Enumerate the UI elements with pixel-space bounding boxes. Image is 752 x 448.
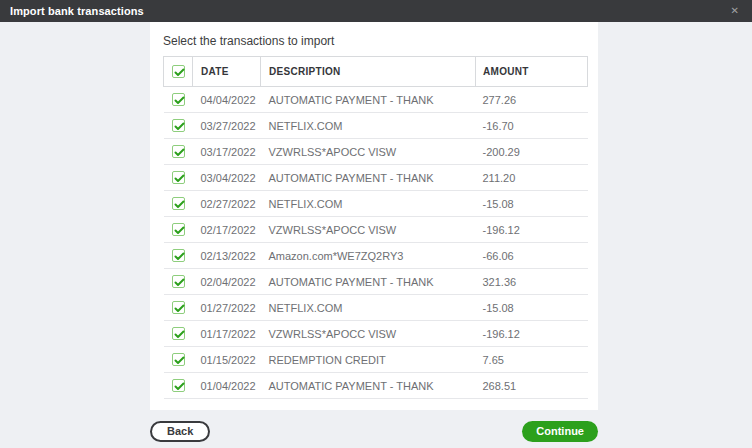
row-description: VZWRLSS*APOCC VISW [261, 139, 476, 165]
row-amount: 268.51 [476, 373, 588, 399]
continue-button[interactable]: Continue [522, 421, 598, 442]
table-row: 03/27/2022 NETFLIX.COM -16.70 [164, 113, 588, 139]
select-all-header-cell [164, 57, 193, 87]
row-checkbox-cell [164, 113, 193, 139]
row-description: NETFLIX.COM [261, 191, 476, 217]
column-header-date: DATE [193, 57, 261, 87]
check-icon [174, 252, 185, 261]
row-amount: -16.70 [476, 113, 588, 139]
check-icon [174, 200, 185, 209]
check-icon [174, 148, 185, 157]
check-icon [174, 96, 185, 105]
row-checkbox[interactable] [172, 379, 185, 392]
row-description: AUTOMATIC PAYMENT - THANK [261, 269, 476, 295]
select-all-checkbox[interactable] [172, 65, 185, 78]
row-date: 01/27/2022 [193, 295, 261, 321]
row-date: 03/27/2022 [193, 113, 261, 139]
check-icon [174, 356, 185, 365]
row-checkbox-cell [164, 347, 193, 373]
row-checkbox-cell [164, 139, 193, 165]
table-row: 01/17/2022 VZWRLSS*APOCC VISW -196.12 [164, 321, 588, 347]
row-checkbox-cell [164, 87, 193, 113]
row-amount: -196.12 [476, 217, 588, 243]
table-header: DATE DESCRIPTION AMOUNT [164, 57, 588, 87]
row-date: 02/13/2022 [193, 243, 261, 269]
row-checkbox-cell [164, 243, 193, 269]
row-description: NETFLIX.COM [261, 295, 476, 321]
table-row: 03/17/2022 VZWRLSS*APOCC VISW -200.29 [164, 139, 588, 165]
row-checkbox[interactable] [172, 197, 185, 210]
row-date: 02/27/2022 [193, 191, 261, 217]
row-checkbox[interactable] [172, 327, 185, 340]
back-button[interactable]: Back [150, 421, 210, 442]
table-row: 02/17/2022 VZWRLSS*APOCC VISW -196.12 [164, 217, 588, 243]
table-row: 04/04/2022 AUTOMATIC PAYMENT - THANK 277… [164, 87, 588, 113]
row-description: AUTOMATIC PAYMENT - THANK [261, 165, 476, 191]
row-description: NETFLIX.COM [261, 113, 476, 139]
row-checkbox[interactable] [172, 301, 185, 314]
row-amount: -196.12 [476, 321, 588, 347]
row-checkbox[interactable] [172, 145, 185, 158]
row-amount: -66.06 [476, 243, 588, 269]
row-checkbox[interactable] [172, 171, 185, 184]
row-amount: 321.36 [476, 269, 588, 295]
row-checkbox[interactable] [172, 275, 185, 288]
check-icon [174, 68, 185, 77]
row-checkbox-cell [164, 373, 193, 399]
table-row: 02/13/2022 Amazon.com*WE7ZQ2RY3 -66.06 [164, 243, 588, 269]
table-row: 02/04/2022 AUTOMATIC PAYMENT - THANK 321… [164, 269, 588, 295]
row-checkbox[interactable] [172, 249, 185, 262]
row-checkbox[interactable] [172, 223, 185, 236]
modal-header: Import bank transactions ✕ [0, 0, 752, 22]
table-row: 01/15/2022 REDEMPTION CREDIT 7.65 [164, 347, 588, 373]
row-amount: -15.08 [476, 295, 588, 321]
row-checkbox-cell [164, 165, 193, 191]
check-icon [174, 174, 185, 183]
row-description: VZWRLSS*APOCC VISW [261, 217, 476, 243]
row-description: Amazon.com*WE7ZQ2RY3 [261, 243, 476, 269]
check-icon [174, 278, 185, 287]
row-description: REDEMPTION CREDIT [261, 347, 476, 373]
table-row: 02/27/2022 NETFLIX.COM -15.08 [164, 191, 588, 217]
modal-title: Import bank transactions [10, 5, 144, 17]
row-amount: 211.20 [476, 165, 588, 191]
row-checkbox-cell [164, 217, 193, 243]
check-icon [174, 226, 185, 235]
check-icon [174, 382, 185, 391]
row-date: 01/15/2022 [193, 347, 261, 373]
row-description: VZWRLSS*APOCC VISW [261, 321, 476, 347]
row-date: 01/04/2022 [193, 373, 261, 399]
row-date: 01/17/2022 [193, 321, 261, 347]
row-date: 02/04/2022 [193, 269, 261, 295]
row-date: 03/17/2022 [193, 139, 261, 165]
modal-footer: Back Continue [150, 420, 598, 442]
row-amount: -15.08 [476, 191, 588, 217]
row-date: 03/04/2022 [193, 165, 261, 191]
table-row: 03/04/2022 AUTOMATIC PAYMENT - THANK 211… [164, 165, 588, 191]
transactions-body: 04/04/2022 AUTOMATIC PAYMENT - THANK 277… [164, 87, 588, 399]
row-checkbox-cell [164, 269, 193, 295]
row-checkbox-cell [164, 321, 193, 347]
row-checkbox[interactable] [172, 119, 185, 132]
row-amount: -200.29 [476, 139, 588, 165]
row-description: AUTOMATIC PAYMENT - THANK [261, 373, 476, 399]
column-header-description: DESCRIPTION [261, 57, 476, 87]
check-icon [174, 330, 185, 339]
row-date: 02/17/2022 [193, 217, 261, 243]
select-transactions-heading: Select the transactions to import [163, 34, 587, 48]
row-amount: 277.26 [476, 87, 588, 113]
check-icon [174, 304, 185, 313]
column-header-amount: AMOUNT [476, 57, 588, 87]
table-row: 01/27/2022 NETFLIX.COM -15.08 [164, 295, 588, 321]
transactions-table: DATE DESCRIPTION AMOUNT 04/04/2022 AUTOM… [163, 56, 588, 399]
close-icon[interactable]: ✕ [728, 4, 742, 18]
check-icon [174, 122, 185, 131]
row-date: 04/04/2022 [193, 87, 261, 113]
content-panel: Select the transactions to import DATE D… [150, 22, 598, 410]
row-checkbox-cell [164, 295, 193, 321]
row-checkbox[interactable] [172, 353, 185, 366]
table-row: 01/04/2022 AUTOMATIC PAYMENT - THANK 268… [164, 373, 588, 399]
row-description: AUTOMATIC PAYMENT - THANK [261, 87, 476, 113]
row-checkbox[interactable] [172, 93, 185, 106]
row-amount: 7.65 [476, 347, 588, 373]
